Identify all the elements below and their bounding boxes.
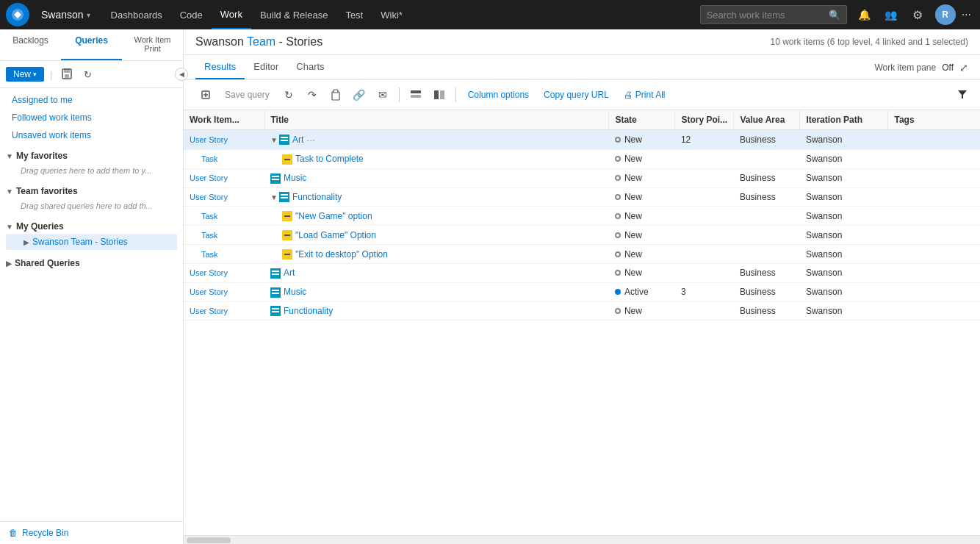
- search-input[interactable]: [707, 10, 829, 21]
- search-bar[interactable]: 🔍: [700, 5, 847, 24]
- main-layout: Backlogs Queries Work Item Print New ▾ |…: [0, 29, 980, 544]
- table-row[interactable]: User Story▼Art···New12BusinessSwanson: [184, 130, 980, 150]
- nav-test[interactable]: Test: [336, 0, 372, 29]
- title-link[interactable]: Task to Complete: [295, 154, 364, 164]
- query-toolbar: Save query ↻ ↷ 🔗 ✉ Column options Copy q…: [184, 80, 980, 110]
- sidebar-link-assigned[interactable]: Assigned to me: [0, 91, 183, 109]
- project-name[interactable]: Swanson ▾: [35, 9, 96, 21]
- link-icon[interactable]: 🔗: [349, 85, 370, 105]
- content-tabs-left: Results Editor Charts: [195, 55, 334, 79]
- print-all-button[interactable]: 🖨 Print All: [618, 87, 671, 103]
- horizontal-scrollbar[interactable]: [184, 535, 980, 544]
- col-title[interactable]: Title: [264, 110, 609, 130]
- sidebar-collapse-button[interactable]: ◀: [175, 68, 188, 81]
- expand-arrow[interactable]: ▼: [270, 136, 278, 144]
- sidebar-tab-queries[interactable]: Queries: [61, 29, 122, 60]
- title-link[interactable]: "Exit to desktop" Option: [295, 249, 388, 260]
- notifications-icon[interactable]: 🔔: [853, 3, 876, 26]
- sidebar-section-teamfavorites: ▼ Team favorites Drag shared queries her…: [0, 179, 183, 215]
- settings-icon[interactable]: ⚙: [906, 3, 929, 26]
- title-link[interactable]: Functionality: [284, 306, 333, 316]
- sidebar-section-shared-header[interactable]: ▶ Shared Queries: [6, 256, 177, 271]
- col-iteration-path[interactable]: Iteration Path: [800, 110, 888, 130]
- sidebar-link-unsaved[interactable]: Unsaved work items: [0, 126, 183, 144]
- people-icon[interactable]: 👥: [879, 3, 903, 26]
- user-avatar[interactable]: R: [935, 4, 956, 25]
- table-row[interactable]: User StoryMusicNewBusinessSwanson: [184, 168, 980, 187]
- nav-code[interactable]: Code: [171, 0, 212, 29]
- title-link[interactable]: Music: [284, 287, 306, 297]
- title-link[interactable]: "New Game" option: [295, 211, 372, 221]
- sidebar: Backlogs Queries Work Item Print New ▾ |…: [0, 29, 184, 544]
- col-story-points[interactable]: Story Poi...: [675, 110, 734, 130]
- title-link[interactable]: "Load Game" Option: [295, 230, 376, 240]
- nav-dashboards[interactable]: Dashboards: [102, 0, 171, 29]
- sidebar-section-myqueries-header[interactable]: ▼ My Queries: [6, 219, 177, 234]
- off-label[interactable]: Off: [942, 62, 954, 73]
- table-row[interactable]: User StoryMusicActive3BusinessSwanson: [184, 282, 980, 301]
- table-row[interactable]: Task"Load Game" OptionNewSwanson: [184, 226, 980, 245]
- nav-work[interactable]: Work: [212, 0, 251, 29]
- table-row[interactable]: User StoryArtNewBusinessSwanson: [184, 263, 980, 282]
- title-link[interactable]: Functionality: [292, 192, 342, 202]
- table-row[interactable]: TaskTask to CompleteNewSwanson: [184, 150, 980, 169]
- cell-tags: [888, 168, 980, 187]
- cell-title: "New Game" option: [264, 207, 609, 226]
- more-options[interactable]: ···: [959, 8, 974, 21]
- myfavorites-arrow: ▼: [6, 152, 13, 160]
- table-row[interactable]: User Story▼FunctionalityNewBusinessSwans…: [184, 187, 980, 207]
- print-label: Print All: [635, 90, 666, 100]
- title-cell-content: Music: [270, 287, 603, 298]
- col-tags[interactable]: Tags: [888, 110, 980, 130]
- app-logo[interactable]: [6, 3, 29, 26]
- title-cell-content: Art: [270, 268, 603, 279]
- refresh-query-icon[interactable]: ↻: [278, 85, 299, 105]
- redo-icon[interactable]: ↷: [302, 85, 323, 105]
- clipboard-icon[interactable]: [325, 85, 346, 105]
- tab-results[interactable]: Results: [195, 55, 245, 79]
- sidebar-footer[interactable]: 🗑 Recycle Bin: [0, 521, 183, 544]
- table-row[interactable]: User StoryFunctionalityNewBusinessSwanso…: [184, 301, 980, 321]
- copy-query-url-button[interactable]: Copy query URL: [538, 87, 615, 103]
- col-value-area[interactable]: Value Area: [734, 110, 800, 130]
- table-row[interactable]: Task"New Game" optionNewSwanson: [184, 207, 980, 226]
- tab-editor[interactable]: Editor: [245, 55, 287, 79]
- col-type[interactable]: Work Item...: [184, 110, 264, 130]
- sidebar-link-followed[interactable]: Followed work items: [0, 109, 183, 126]
- sidebar-section-myfavorites-header[interactable]: ▼ My favorites: [6, 148, 177, 163]
- title-link[interactable]: Art: [292, 135, 303, 145]
- add-work-item-icon[interactable]: [195, 85, 216, 105]
- view-toggle-1[interactable]: [406, 85, 426, 105]
- nav-build-release[interactable]: Build & Release: [251, 0, 337, 29]
- tab-charts[interactable]: Charts: [287, 55, 333, 79]
- filter-button[interactable]: [956, 88, 968, 102]
- title-link[interactable]: Music: [284, 173, 306, 183]
- user-story-icon: [270, 287, 284, 298]
- new-button[interactable]: New ▾: [6, 67, 44, 82]
- cell-state: New: [609, 245, 675, 264]
- sidebar-tab-backlogs[interactable]: Backlogs: [0, 29, 61, 60]
- sidebar-section-teamfavorites-header[interactable]: ▼ Team favorites: [6, 184, 177, 198]
- work-item-type-label: User Story: [190, 287, 228, 296]
- title-link[interactable]: Art: [284, 268, 295, 278]
- sidebar-tab-print[interactable]: Work Item Print: [122, 29, 183, 60]
- expand-icon[interactable]: ⤢: [959, 62, 968, 74]
- save-query-button[interactable]: Save query: [219, 87, 275, 103]
- email-icon[interactable]: ✉: [372, 85, 393, 105]
- view-toggle-2[interactable]: [429, 85, 450, 105]
- nav-wiki[interactable]: Wiki*: [372, 0, 411, 29]
- column-options-button[interactable]: Column options: [462, 87, 535, 103]
- sidebar-query-swanson-stories[interactable]: ▶ Swanson Team - Stories: [6, 234, 177, 250]
- col-state[interactable]: State: [609, 110, 675, 130]
- task-icon: [282, 248, 295, 260]
- table-row[interactable]: Task"Exit to desktop" OptionNewSwanson: [184, 245, 980, 264]
- refresh-icon[interactable]: ↻: [79, 65, 96, 83]
- expand-arrow[interactable]: ▼: [270, 193, 278, 201]
- row-ellipsis[interactable]: ···: [303, 134, 318, 146]
- shared-arrow: ▶: [6, 260, 12, 268]
- state-dot: [615, 213, 621, 219]
- title-team: Team: [247, 35, 275, 48]
- state-dot: [615, 251, 621, 257]
- save-icon[interactable]: [58, 65, 76, 83]
- svg-rect-26: [284, 215, 290, 217]
